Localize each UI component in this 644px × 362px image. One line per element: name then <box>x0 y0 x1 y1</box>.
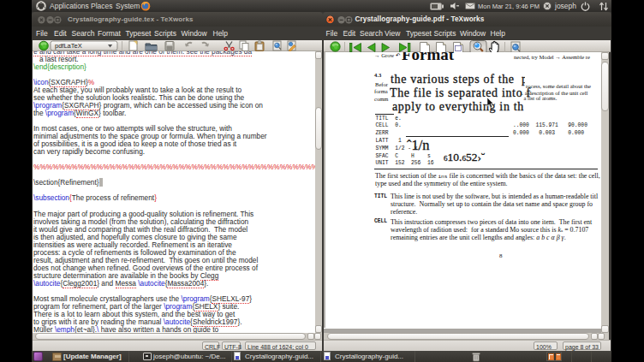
svg-text:pdfLaTeX: pdfLaTeX <box>55 42 82 50</box>
